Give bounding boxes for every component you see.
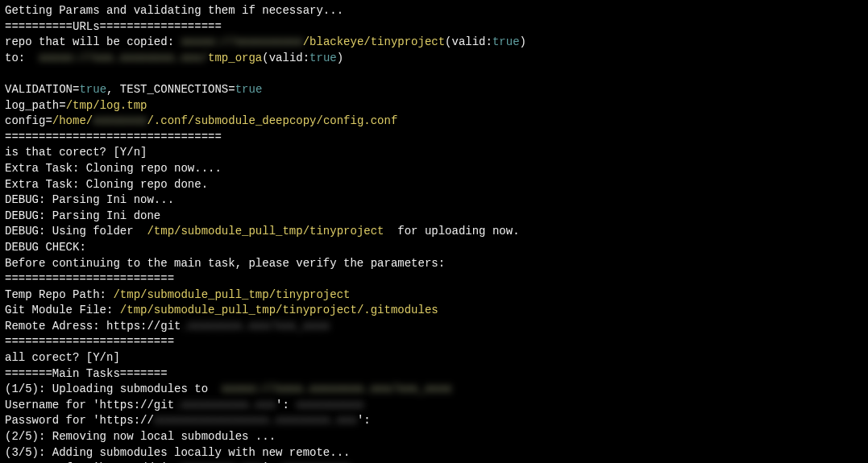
text-segment: config= — [5, 114, 52, 127]
text-segment: Username for 'https://git — [5, 399, 174, 411]
text-segment: true — [235, 83, 263, 96]
text-segment: xxxxxxxxxx — [296, 399, 363, 411]
terminal-line: Extra Task: Cloning repo done. — [5, 177, 863, 193]
text-segment: (2/5): Removing now local submodules ... — [5, 430, 276, 443]
text-segment: log_path= — [5, 99, 66, 112]
text-segment: ==========URLs================== — [5, 20, 222, 33]
text-segment: DEBUG: Parsing Ini done — [5, 209, 160, 222]
text-segment: (valid: — [445, 35, 492, 48]
terminal-line — [5, 66, 863, 82]
terminal-line: (1/5): Uploading submodules to xxxxx://x… — [5, 382, 863, 398]
text-segment: /tmp/submodule_pull_tmp/tinyproject — [147, 225, 384, 238]
terminal-line: Getting Params and validating them if ne… — [5, 3, 863, 19]
terminal-line: ========================= — [5, 334, 863, 350]
terminal-line: Git Module File: /tmp/submodule_pull_tmp… — [5, 303, 863, 319]
terminal-line: DEBUG: Parsing Ini now... — [5, 192, 863, 209]
terminal-line: Username for 'https://git.xxxxxxxxxx.xxx… — [5, 398, 863, 414]
terminal-line: all corect? [Y/n] — [5, 350, 863, 366]
text-segment: is that corect? [Y/n] — [5, 146, 147, 159]
text-segment: /tmp/submodule_pull_tmp/tinyproject — [113, 288, 350, 301]
text-segment: (1/5): Uploading submodules to — [5, 382, 222, 395]
text-segment: DEBUG CHECK: — [5, 241, 86, 254]
text-segment: Getting Params and validating them if ne… — [5, 4, 343, 17]
text-segment: /blackeye/tinyproject — [303, 35, 445, 48]
terminal-line: Password for 'https://xxxxxxxxxxxxxxxxx.… — [5, 413, 863, 429]
text-segment: VALIDATION= — [5, 83, 79, 96]
text-segment: DEBUG: Parsing Ini now... — [5, 193, 174, 206]
terminal-line: (2/5): Removing now local submodules ... — [5, 429, 863, 445]
text-segment: ========================= — [5, 335, 174, 348]
text-segment: (3/5): Adding submodules locally with ne… — [5, 446, 350, 459]
text-segment: =======Main Tasks======= — [5, 367, 168, 380]
text-segment: DEBUG: Using folder — [5, 225, 147, 238]
text-segment: Temp Repo Path: — [5, 288, 113, 301]
text-segment: true — [79, 83, 106, 96]
terminal-line: DEBUG: Using folder /tmp/submodule_pull_… — [5, 224, 863, 240]
text-segment: /tmp/submodule_pull_tmp/tinyproject/.git… — [120, 304, 438, 316]
terminal-line: Extra Task: Cloning repo now.... — [5, 161, 863, 177]
terminal-line: repo that will be copied: xxxxx://xxxxxx… — [5, 35, 863, 51]
text-segment: ': — [357, 414, 371, 427]
text-segment: ) — [337, 52, 343, 64]
terminal-line: ================================ — [5, 130, 863, 146]
text-segment: xxxxx://xxx.xxxxxxxx.xxx/ — [39, 52, 208, 64]
text-segment: Extra Task: Cloning repo now.... — [5, 162, 222, 175]
terminal-line: ========================= — [5, 271, 863, 287]
text-segment: Before continuing to the main task, plea… — [5, 257, 445, 270]
text-segment: , TEST_CONNECTIONS= — [106, 83, 235, 96]
terminal-line: Remote Adress: https://git.xxxxxxxx.xxx/… — [5, 319, 863, 335]
text-segment: xxxxxxxx — [93, 114, 147, 127]
terminal-line: DEBUG: Parsing Ini done — [5, 209, 863, 225]
text-segment: /.conf/submodule_deepcopy/config.conf — [147, 114, 397, 127]
terminal-output: Getting Params and validating them if ne… — [5, 3, 863, 463]
text-segment: ================================ — [5, 130, 222, 143]
terminal-line: VALIDATION=true, TEST_CONNECTIONS=true — [5, 82, 863, 98]
text-segment — [5, 67, 11, 80]
text-segment: ) — [520, 35, 526, 48]
text-segment: tmp_orga — [208, 52, 262, 64]
text-segment: all corect? [Y/n] — [5, 351, 120, 364]
terminal-line: Before continuing to the main task, plea… — [5, 256, 863, 272]
terminal-line: =======Main Tasks======= — [5, 366, 863, 382]
terminal-line: ==========URLs================== — [5, 19, 863, 35]
text-segment: xxxxx://xxxx.xxxxxxxx.xxx/xxx_xxxx — [222, 382, 452, 395]
text-segment: .xxxxxxxxxx.xxx — [174, 399, 276, 411]
text-segment: ========================= — [5, 272, 174, 285]
text-segment: /tmp/log.tmp — [66, 99, 147, 112]
terminal-line: is that corect? [Y/n] — [5, 145, 863, 161]
text-segment: Password for 'https:// — [5, 414, 154, 427]
terminal-line: config=/home/xxxxxxxx/.conf/submodule_de… — [5, 114, 863, 130]
text-segment: true — [492, 35, 520, 48]
text-segment: repo that will be copied: — [5, 35, 181, 48]
text-segment: to: — [5, 52, 39, 64]
terminal-line: log_path=/tmp/log.tmp — [5, 98, 863, 114]
text-segment: xxxxx://xxxxxxxxxx — [181, 35, 302, 48]
terminal-line: to: xxxxx://xxx.xxxxxxxx.xxx/tmp_orga(va… — [5, 51, 863, 67]
text-segment: ': — [276, 399, 296, 411]
text-segment: xxxxxxxxxxxxxxxxx.xxxxxxxx.xxx — [154, 414, 357, 427]
text-segment: (valid: — [262, 52, 309, 64]
text-segment: Extra Task: Cloning repo done. — [5, 178, 208, 191]
terminal-line: (3/5): Adding submodules locally with ne… — [5, 445, 863, 461]
text-segment: Git Module File: — [5, 304, 120, 316]
text-segment: for uploading now. — [384, 225, 520, 238]
terminal-line: DEBUG CHECK: — [5, 240, 863, 256]
text-segment: /home/ — [52, 114, 93, 127]
terminal-line: Temp Repo Path: /tmp/submodule_pull_tmp/… — [5, 287, 863, 304]
text-segment: .xxxxxxxx.xxx/xxx_xxxx — [181, 320, 330, 333]
text-segment: Remote Adress: https://git — [5, 320, 181, 333]
text-segment: true — [309, 52, 337, 64]
